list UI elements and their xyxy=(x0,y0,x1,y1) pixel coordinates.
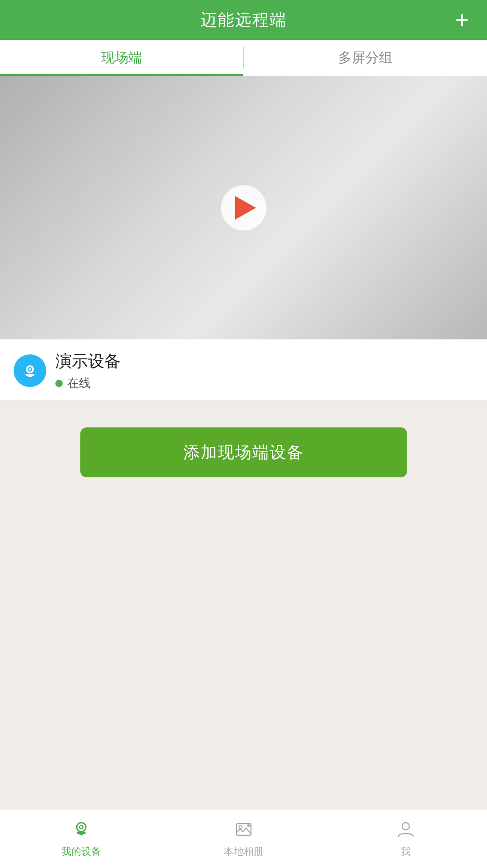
video-preview xyxy=(0,76,487,339)
svg-point-7 xyxy=(80,826,82,829)
svg-rect-9 xyxy=(79,834,83,835)
status-label: 在线 xyxy=(67,375,91,391)
app-title: 迈能远程端 xyxy=(201,9,287,31)
add-button[interactable]: + xyxy=(455,8,469,32)
nav-item-me[interactable]: 我 xyxy=(325,809,487,868)
device-info-panel: 演示设备 在线 xyxy=(0,339,487,400)
svg-rect-4 xyxy=(28,376,32,377)
webcam-nav-icon xyxy=(71,819,91,842)
svg-point-2 xyxy=(29,368,31,371)
tab-duoping[interactable]: 多屏分组 xyxy=(244,40,487,76)
svg-point-11 xyxy=(239,826,242,829)
content-area: 添加现场端设备 xyxy=(0,400,487,809)
status-dot xyxy=(55,380,63,387)
nav-item-local-album[interactable]: 本地相册 xyxy=(162,809,325,868)
svg-point-15 xyxy=(402,823,409,830)
nav-label-my-devices: 我的设备 xyxy=(61,845,101,858)
device-name: 演示设备 xyxy=(55,350,121,373)
photo-nav-icon xyxy=(234,819,254,842)
play-button[interactable] xyxy=(221,185,266,230)
tab-bar: 现场端 多屏分组 xyxy=(0,40,487,76)
play-icon xyxy=(235,196,256,220)
nav-label-local-album: 本地相册 xyxy=(224,845,264,858)
device-details: 演示设备 在线 xyxy=(55,350,121,391)
nav-label-me: 我 xyxy=(401,845,411,858)
webcam-icon xyxy=(21,362,39,380)
svg-rect-3 xyxy=(25,374,34,376)
bottom-nav: 我的设备 本地相册 我 xyxy=(0,809,487,868)
device-avatar xyxy=(14,354,46,387)
person-nav-icon xyxy=(396,819,416,842)
app-header: 迈能远程端 + xyxy=(0,0,487,40)
tab-xianchang[interactable]: 现场端 xyxy=(0,40,243,76)
nav-item-my-devices[interactable]: 我的设备 xyxy=(0,809,162,868)
device-status: 在线 xyxy=(55,375,121,391)
add-device-button[interactable]: 添加现场端设备 xyxy=(80,427,407,477)
svg-rect-8 xyxy=(77,832,86,834)
